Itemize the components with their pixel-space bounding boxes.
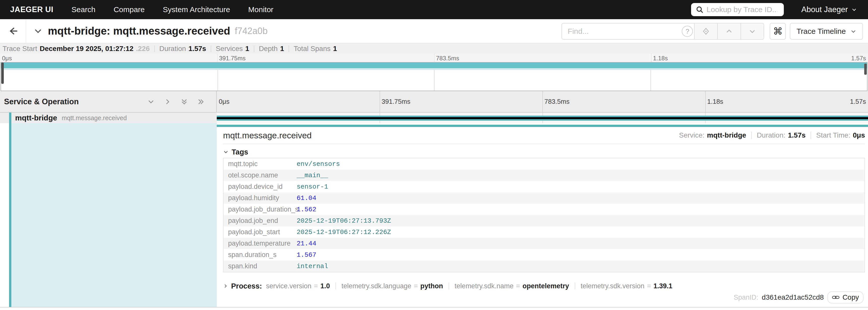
process-attr: telemetry.sdk.version = 1.39.1 (581, 282, 673, 290)
minimap-tick-0: 0μs (2, 55, 12, 62)
tag-value: __main__ (297, 172, 328, 179)
tags-section-label: Tags (231, 148, 248, 156)
span-color-stripe (9, 113, 11, 307)
span-timeline-cell[interactable] (217, 113, 868, 123)
divider (448, 282, 449, 289)
nav-item-system-architecture[interactable]: System Architecture (163, 5, 230, 14)
expand-all-icon[interactable] (197, 98, 205, 106)
span-detail-meta: Service: mqtt-bridge Duration: 1.57s Sta… (679, 131, 865, 139)
timeline-header-icons (147, 98, 205, 106)
keyboard-shortcuts-button[interactable]: ⌘ (770, 23, 786, 39)
tag-row[interactable]: span.duration_s 1.567 (223, 249, 865, 260)
tag-row[interactable]: otel.scope.name __main__ (223, 170, 865, 181)
minimap-ruler: 0μs 391.75ms 783.5ms 1.18s 1.57s (0, 54, 868, 62)
command-icon: ⌘ (773, 26, 782, 37)
critical-path-overlay (217, 117, 868, 119)
tick-line (651, 54, 651, 62)
duration-label: Duration: (757, 131, 785, 139)
tag-row[interactable]: mqtt.topic env/sensors (223, 158, 865, 170)
span-row[interactable]: mqtt-bridge mqtt.message.received (0, 113, 868, 123)
minimap-right-scrubber[interactable] (864, 64, 867, 75)
tag-value: internal (297, 262, 328, 270)
trace-id-search-box[interactable] (691, 3, 784, 16)
trace-minimap[interactable] (0, 62, 868, 91)
divider (810, 132, 811, 139)
tag-key: payload.device_id (223, 183, 297, 191)
start-time-value: 0μs (853, 131, 865, 139)
service-operation-label: Service & Operation (4, 97, 79, 106)
span-detail-title: mqtt.message.received (223, 131, 312, 140)
depth-label: Depth (259, 45, 278, 53)
span-detail-left-tint (11, 123, 217, 307)
collapse-all-icon[interactable] (181, 98, 188, 106)
prev-result-button[interactable] (717, 24, 741, 39)
service-operation-header: Service & Operation (0, 91, 217, 113)
nav-item-monitor[interactable]: Monitor (248, 5, 274, 14)
tag-value: 2025-12-19T06:27:13.793Z (297, 217, 391, 225)
tag-row[interactable]: payload.temperature 21.44 (223, 238, 865, 249)
copy-span-id-button[interactable]: Copy (828, 291, 864, 304)
next-result-button[interactable] (741, 24, 764, 39)
expand-one-icon[interactable] (164, 98, 172, 106)
tag-value: 1.567 (297, 251, 316, 259)
tag-row[interactable]: payload.job_start 2025-12-19T06:27:12.22… (223, 226, 865, 238)
span-id-value: d361ea2d1ac52cd8 (762, 293, 824, 302)
trace-start-value: December 19 2025, 01:27:12 (39, 45, 133, 53)
equals-sign: = (516, 282, 520, 290)
trace-start-label: Trace Start (2, 45, 37, 53)
timeline-gridline (705, 91, 706, 112)
nav-item-compare[interactable]: Compare (114, 5, 145, 14)
process-attr-value: 1.39.1 (653, 282, 673, 290)
total-spans-value: 1 (333, 45, 337, 53)
find-help[interactable]: ? (681, 24, 694, 39)
find-input[interactable] (562, 24, 681, 39)
tag-row[interactable]: span.kind internal (223, 260, 865, 272)
span-detail-content: mqtt.message.received Service: mqtt-brid… (223, 127, 865, 307)
span-id-label: SpanID: (734, 293, 758, 302)
timeline-tick-3: 1.18s (707, 98, 723, 106)
process-section-toggle[interactable]: Process: service.version = 1.0 telemetry… (223, 281, 865, 291)
collapse-trace-chevron-icon[interactable] (33, 26, 43, 36)
process-attr-key: telemetry.sdk.version (581, 282, 645, 290)
jaeger-trace-page: JAEGER UI Search Compare System Architec… (0, 0, 868, 310)
minimap-tick-2: 783.5ms (436, 55, 459, 62)
service-value: mqtt-bridge (707, 131, 746, 139)
trace-view-dropdown[interactable]: Trace Timeline (790, 23, 863, 39)
about-jaeger-menu[interactable]: About Jaeger (802, 5, 857, 14)
trace-header-controls: ? ⌘ Trace Timeline (561, 23, 863, 39)
span-name-column[interactable]: mqtt-bridge mqtt.message.received (0, 113, 217, 123)
trace-id-short: f742a0b (235, 26, 268, 36)
process-attr: telemetry.sdk.language = python (341, 282, 443, 290)
nav-item-search[interactable]: Search (71, 5, 95, 14)
tag-row[interactable]: payload.device_id sensor-1 (223, 181, 865, 192)
trace-title: mqtt-bridge: mqtt.message.received (48, 25, 230, 37)
tags-section-toggle[interactable]: Tags (223, 148, 865, 156)
chevron-right-icon (223, 283, 228, 288)
timeline-gridline (542, 91, 543, 112)
timeline-tick-1: 391.75ms (381, 98, 410, 106)
span-detail-panel: mqtt.message.received Service: mqtt-brid… (217, 123, 868, 307)
app-logo[interactable]: JAEGER UI (10, 5, 54, 14)
back-button[interactable] (0, 19, 26, 43)
tag-value: 2025-12-19T06:27:12.226Z (297, 228, 391, 236)
span-id-footer: SpanID: d361ea2d1ac52cd8 Copy (734, 291, 864, 304)
total-spans-label: Total Spans (293, 45, 331, 53)
process-attr-value: python (421, 282, 443, 290)
process-attr-key: telemetry.sdk.language (341, 282, 411, 290)
tag-row[interactable]: payload.job_duration_s 1.562 (223, 204, 865, 215)
about-jaeger-label: About Jaeger (802, 5, 848, 14)
trace-id-search-input[interactable] (707, 5, 777, 14)
tick-line (217, 54, 217, 62)
collapse-one-icon[interactable] (147, 98, 155, 106)
span-duration-bar[interactable] (217, 116, 868, 121)
divider (575, 282, 575, 289)
span-detail-accent-bar (217, 125, 868, 127)
tag-key: span.kind (223, 262, 297, 270)
trace-summary-bar: Trace Start December 19 2025, 01:27:12 .… (0, 44, 868, 54)
tag-row[interactable]: payload.humidity 61.04 (223, 192, 865, 204)
timeline-ticks-header: 0μs 391.75ms 783.5ms 1.18s 1.57s (217, 91, 868, 113)
divider (751, 132, 752, 139)
tag-row[interactable]: payload.job_end 2025-12-19T06:27:13.793Z (223, 215, 865, 226)
minimap-left-scrubber[interactable] (1, 63, 4, 84)
focus-span-button[interactable] (694, 24, 717, 39)
